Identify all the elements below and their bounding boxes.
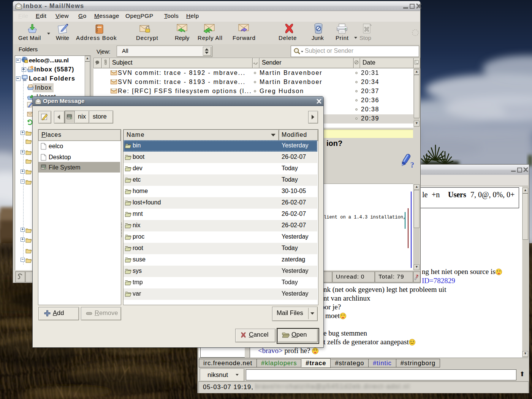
- svg-text:?: ?: [416, 273, 418, 279]
- svg-text:?: ?: [410, 161, 414, 169]
